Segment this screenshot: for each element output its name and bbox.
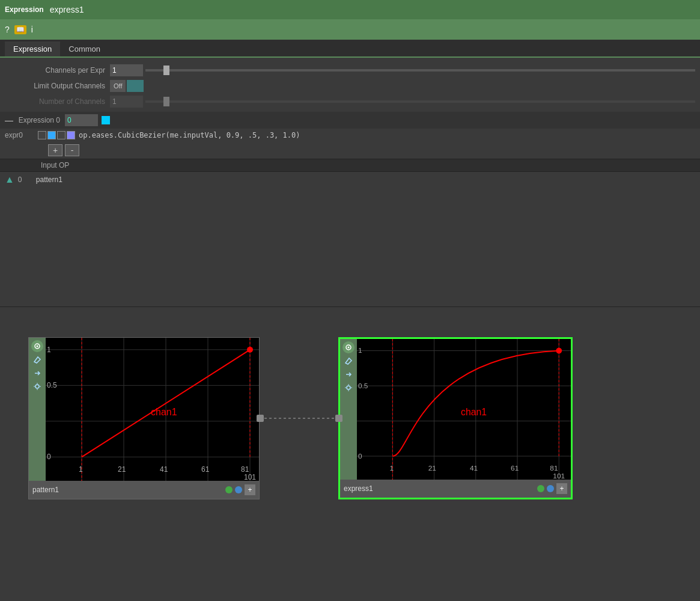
svg-text:chan1: chan1 (151, 407, 177, 417)
svg-text:0.5: 0.5 (47, 381, 57, 389)
node-pattern1-icons (29, 338, 46, 481)
expression-value-input[interactable] (65, 114, 98, 126)
number-of-channels-input[interactable] (110, 96, 143, 108)
tab-expression[interactable]: Expression (5, 41, 60, 58)
channels-per-expr-input[interactable] (110, 64, 143, 76)
add-remove-row: + - (0, 142, 700, 159)
node-pattern1-connector-right[interactable] (257, 415, 264, 422)
svg-text:21: 21 (428, 464, 436, 472)
node-pattern1[interactable]: chan1 1 0.5 0 1 21 41 61 81 101 pattern1… (28, 337, 260, 499)
channels-per-expr-row: Channels per Expr (0, 63, 700, 78)
svg-point-28 (347, 386, 350, 389)
toolbar: ? 📖 i (0, 19, 700, 40)
node-pattern1-add-btn[interactable]: + (245, 484, 255, 495)
svg-text:1: 1 (47, 346, 51, 354)
swatch-2[interactable] (57, 131, 65, 139)
book-icon[interactable]: 📖 (14, 25, 26, 34)
expression-label: Expression 0 (17, 116, 65, 124)
add-expression-button[interactable]: + (48, 144, 62, 156)
input-op-index: 0 (18, 175, 36, 184)
svg-text:0: 0 (358, 452, 362, 460)
expr0-row: expr0 op.eases.CubicBezier(me.inputVal, … (0, 129, 700, 142)
svg-text:21: 21 (118, 465, 126, 474)
title-bar-label: Expression (5, 5, 44, 14)
svg-text:0.5: 0.5 (358, 382, 368, 389)
node-express1-add-btn[interactable]: + (556, 483, 567, 494)
node-express1-arrow-icon[interactable] (343, 369, 354, 380)
svg-text:81: 81 (550, 464, 558, 472)
node-pattern1-settings-icon[interactable] (32, 381, 43, 392)
swatch-0[interactable] (38, 131, 46, 139)
channels-per-expr-slider[interactable] (145, 69, 695, 72)
help-icon[interactable]: ? (5, 25, 10, 34)
svg-point-27 (348, 347, 350, 349)
remove-expression-button[interactable]: - (65, 144, 79, 156)
node-express1[interactable]: chan1 1 0.5 0 1 21 41 61 81 101 express1… (338, 337, 573, 499)
node-express1-edit-icon[interactable] (343, 356, 354, 367)
svg-text:101: 101 (553, 472, 565, 480)
node-pattern1-name: pattern1 (32, 486, 223, 494)
number-of-channels-slider[interactable] (145, 100, 695, 103)
node-express1-name: express1 (344, 484, 535, 493)
input-op-row-0: ▲ 0 pattern1 (0, 172, 700, 188)
number-of-channels-row: Number of Channels (0, 94, 700, 109)
expr0-label: expr0 (5, 131, 38, 139)
svg-text:41: 41 (470, 464, 478, 472)
svg-point-40 (556, 348, 562, 354)
swatch-3[interactable] (67, 131, 75, 139)
node-pattern1-arrow-icon[interactable] (32, 368, 43, 379)
svg-text:1: 1 (79, 465, 83, 474)
canvas-area: chan1 1 0.5 0 1 21 41 61 81 101 pattern1… (0, 307, 700, 560)
title-bar-name: express1 (50, 5, 84, 14)
expression-collapse-btn[interactable]: — (5, 115, 13, 125)
swatch-1[interactable] (47, 131, 56, 139)
input-op-header: Input OP (0, 159, 700, 172)
node-pattern1-footer: pattern1 + (29, 481, 259, 499)
input-op-header-cell: Input OP (41, 161, 695, 169)
node-pattern1-graph: chan1 1 0.5 0 1 21 41 61 81 101 (46, 338, 259, 481)
svg-text:1: 1 (389, 464, 394, 472)
svg-text:0: 0 (47, 453, 51, 461)
limit-output-channels-label: Limit Output Channels (5, 82, 110, 90)
expression-header-row: — Expression 0 (0, 112, 700, 129)
svg-text:chan1: chan1 (461, 407, 487, 417)
svg-text:61: 61 (201, 465, 210, 474)
limit-output-channels-btn2[interactable] (127, 80, 144, 92)
node-express1-icons (340, 339, 357, 480)
limit-output-channels-toggle[interactable]: Off (110, 80, 126, 92)
node-express1-dot-green[interactable] (537, 485, 544, 492)
node-express1-view-icon[interactable] (342, 341, 355, 353)
number-of-channels-label: Number of Channels (5, 97, 110, 106)
svg-point-15 (247, 347, 253, 353)
svg-text:61: 61 (511, 464, 519, 472)
svg-text:101: 101 (244, 473, 256, 481)
svg-point-2 (37, 346, 38, 347)
node-express1-graph: chan1 1 0.5 0 1 21 41 61 81 101 (357, 339, 571, 480)
expression-color-swatch[interactable] (102, 116, 110, 124)
input-op-arrow-icon: ▲ (5, 174, 14, 185)
node-express1-connector-left[interactable] (335, 415, 342, 422)
node-pattern1-dot-blue[interactable] (235, 486, 242, 493)
svg-text:1: 1 (358, 346, 362, 354)
expr0-color-swatches (38, 131, 75, 139)
node-express1-settings-icon[interactable] (343, 382, 354, 393)
limit-output-channels-row: Limit Output Channels Off (0, 78, 700, 94)
title-bar: Expression express1 (0, 0, 700, 19)
svg-point-3 (35, 385, 39, 388)
params-panel: Channels per Expr Limit Output Channels … (0, 58, 700, 307)
node-express1-footer: express1 + (340, 480, 571, 498)
svg-text:81: 81 (241, 465, 249, 474)
svg-text:41: 41 (160, 465, 168, 474)
node-pattern1-edit-icon[interactable] (32, 355, 43, 365)
tabs: Expression Common (0, 40, 700, 58)
node-pattern1-view-icon[interactable] (31, 340, 43, 352)
info-icon[interactable]: i (31, 25, 33, 34)
input-op-name: pattern1 (36, 175, 62, 184)
channels-per-expr-label: Channels per Expr (5, 66, 110, 75)
node-express1-dot-blue[interactable] (547, 485, 554, 492)
node-pattern1-dot-green[interactable] (225, 486, 233, 493)
tab-common[interactable]: Common (60, 41, 109, 56)
expr0-text: op.eases.CubicBezier(me.inputVal, 0.9, .… (79, 131, 300, 139)
